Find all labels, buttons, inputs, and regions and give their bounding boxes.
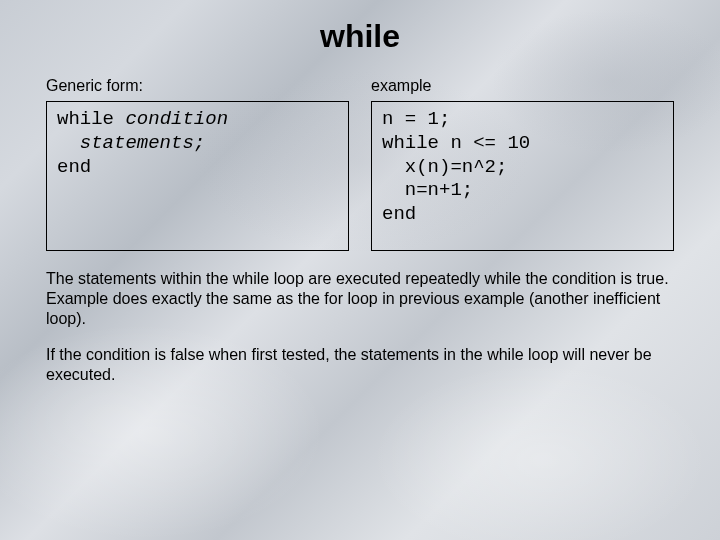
description-paragraph-1: The statements within the while loop are… [46, 269, 674, 329]
code-text: while n <= 10 [382, 132, 530, 154]
code-text: while [57, 108, 125, 130]
page-title: while [46, 18, 674, 55]
example-label: example [371, 77, 674, 95]
code-text: x(n)=n^2; [382, 156, 507, 178]
code-text: end [382, 203, 416, 225]
example-code: n = 1; while n <= 10 x(n)=n^2; n=n+1; en… [371, 101, 674, 251]
description-paragraph-2: If the condition is false when first tes… [46, 345, 674, 385]
columns: Generic form: while condition statements… [46, 77, 674, 251]
slide: while Generic form: while condition stat… [0, 0, 720, 540]
generic-form-column: Generic form: while condition statements… [46, 77, 349, 251]
example-column: example n = 1; while n <= 10 x(n)=n^2; n… [371, 77, 674, 251]
code-text: n = 1; [382, 108, 450, 130]
generic-form-label: Generic form: [46, 77, 349, 95]
code-text: n=n+1; [382, 179, 473, 201]
code-text: end [57, 156, 91, 178]
code-text: condition [125, 108, 228, 130]
code-text: statements; [57, 132, 205, 154]
generic-form-code: while condition statements; end [46, 101, 349, 251]
